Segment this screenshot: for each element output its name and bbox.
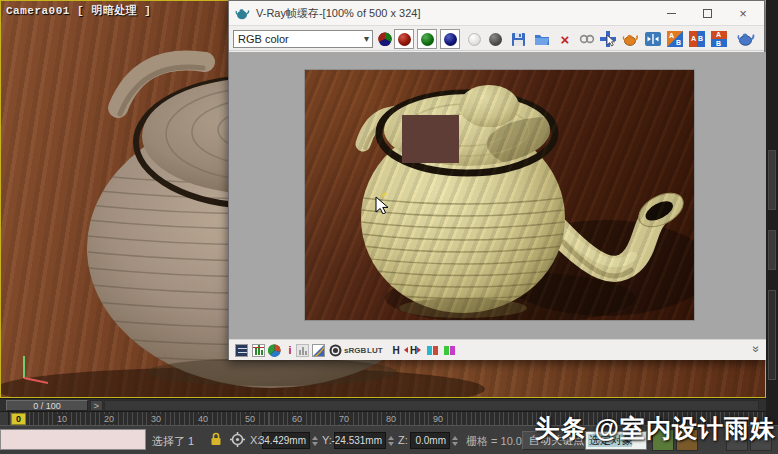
watermark-text: 头条 @室内设计雨妹 xyxy=(535,412,776,445)
tick-label: 10 xyxy=(55,414,69,424)
viewport-label[interactable]: Camera001 [ 明暗处理 ] xyxy=(6,3,151,18)
z-spinner[interactable] xyxy=(450,432,459,449)
time-slider: 0 / 100 > xyxy=(0,398,766,411)
transform-gizmo-icon[interactable] xyxy=(230,432,245,447)
levels-icon[interactable] xyxy=(251,343,265,357)
compare-horizontal-icon[interactable] xyxy=(644,30,662,48)
tick-label: 60 xyxy=(290,414,304,424)
render-last-icon[interactable] xyxy=(737,30,755,48)
maxscript-mini-listener[interactable] xyxy=(0,429,146,450)
track-mouse-icon[interactable] xyxy=(599,30,617,48)
vfb-app-icon xyxy=(235,7,250,20)
curve-correction-icon[interactable] xyxy=(311,343,325,357)
vfb-canvas-area xyxy=(229,52,766,339)
minimize-icon[interactable] xyxy=(662,5,680,23)
ab-vertical-icon[interactable]: AB xyxy=(710,30,728,48)
panel-button-strip xyxy=(768,230,776,270)
blue-channel-icon[interactable] xyxy=(440,29,460,49)
close-icon[interactable]: × xyxy=(734,5,752,23)
maximize-icon[interactable] xyxy=(698,5,716,23)
command-panel-strip xyxy=(766,0,778,454)
green-channel-icon[interactable] xyxy=(417,29,437,49)
render-region-marker[interactable] xyxy=(402,115,462,167)
y-coord-label: Y: xyxy=(322,434,332,446)
screenshot-stage: Camera001 [ 明暗处理 ] V-Ray帧缓存-[100% of 500… xyxy=(0,0,778,454)
y-spinner[interactable] xyxy=(386,432,395,449)
x-spinner[interactable] xyxy=(310,432,319,449)
tick-label: 80 xyxy=(384,414,398,424)
mouse-cursor xyxy=(375,192,391,214)
panel-scrollbar[interactable] xyxy=(768,150,776,210)
x-coord-input[interactable]: 34.429mm xyxy=(262,432,310,449)
alpha-channel-icon[interactable] xyxy=(465,30,483,48)
channel-dropdown[interactable]: RGB color ▾ xyxy=(233,30,373,48)
monochrome-icon[interactable] xyxy=(486,30,504,48)
vfb-title-bar[interactable]: V-Ray帧缓存-[100% of 500 x 324] × xyxy=(229,1,764,26)
z-coord-label: Z: xyxy=(398,434,408,446)
exposure-icon[interactable] xyxy=(328,343,342,357)
current-frame-marker[interactable]: 0 xyxy=(11,413,26,425)
red-channel-icon[interactable] xyxy=(394,29,414,49)
load-image-icon[interactable] xyxy=(533,30,551,48)
save-image-icon[interactable] xyxy=(509,30,527,48)
rendered-image[interactable] xyxy=(304,69,695,321)
tick-label: 30 xyxy=(149,414,163,424)
chevron-down-icon: ▾ xyxy=(364,33,369,44)
world-axis-gizmo xyxy=(18,350,52,386)
time-slider-thumb[interactable]: 0 / 100 xyxy=(6,400,88,411)
panel-rollout-strip xyxy=(768,290,776,380)
selection-lock-icon[interactable] xyxy=(210,432,222,446)
vfb-bottom-toolbar: i sRGB LUT H H » xyxy=(229,339,766,360)
vfb-toolbar: RGB color ▾ × xyxy=(229,27,764,51)
tick-label: 90 xyxy=(431,414,445,424)
render-wood-texture xyxy=(305,70,694,320)
tick-label: 40 xyxy=(196,414,210,424)
rgb-channels-icon[interactable] xyxy=(376,30,394,48)
next-frame-button[interactable]: > xyxy=(90,400,103,411)
background-toggle-icon[interactable] xyxy=(442,343,456,357)
duplicate-to-host-icon[interactable] xyxy=(578,30,596,48)
tick-label: 50 xyxy=(243,414,257,424)
z-coord-input[interactable]: 0.0mm xyxy=(410,432,450,449)
channel-dropdown-value: RGB color xyxy=(238,33,289,45)
ab-diagonal-icon[interactable]: AB xyxy=(666,30,684,48)
icc-icon[interactable]: H xyxy=(404,343,421,357)
color-clamp-icon[interactable] xyxy=(267,343,281,357)
clear-image-icon[interactable]: × xyxy=(556,30,574,48)
y-coord-input[interactable]: -24.531mm xyxy=(334,432,386,449)
region-render-icon[interactable] xyxy=(621,30,639,48)
time-display: 0 / 100 xyxy=(33,401,61,411)
vfb-window-title: V-Ray帧缓存-[100% of 500 x 324] xyxy=(256,6,420,21)
stamp-icon[interactable] xyxy=(295,343,309,357)
lut-toggle[interactable]: LUT xyxy=(367,343,383,357)
ab-horizontal-icon[interactable]: AB xyxy=(688,30,706,48)
color-corrections-icon[interactable] xyxy=(234,343,248,357)
vray-frame-buffer-window[interactable]: V-Ray帧缓存-[100% of 500 x 324] × RGB color… xyxy=(228,0,765,360)
time-slider-track[interactable] xyxy=(104,400,759,411)
srgb-toggle[interactable]: sRGB xyxy=(344,343,366,357)
pixel-ratio-icon[interactable] xyxy=(425,343,439,357)
selection-status: 选择了 1 xyxy=(152,434,194,449)
svg-text:H: H xyxy=(410,345,417,356)
expand-toolbar-icon[interactable]: » xyxy=(750,346,764,353)
tick-label: 70 xyxy=(337,414,351,424)
tick-label: 20 xyxy=(102,414,116,424)
h-display-toggle[interactable]: H xyxy=(389,343,403,357)
